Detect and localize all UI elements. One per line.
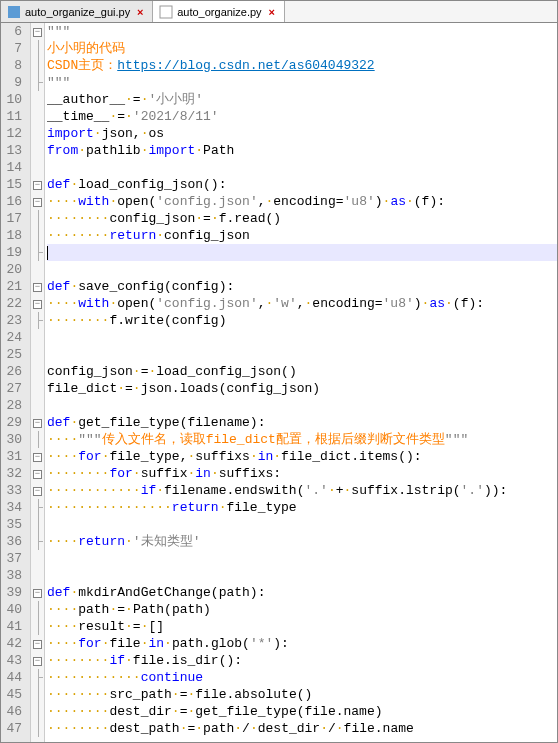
- line-number: 29: [5, 414, 22, 431]
- line-number: 44: [5, 669, 22, 686]
- fold-cell: [31, 397, 44, 414]
- code-line[interactable]: [47, 567, 557, 584]
- close-icon[interactable]: ×: [134, 6, 146, 18]
- code-line[interactable]: ····for·file·in·path.glob('*'):: [47, 635, 557, 652]
- code-line[interactable]: def·get_file_type(filename):: [47, 414, 557, 431]
- fold-cell: [31, 329, 44, 346]
- fold-cell[interactable]: −: [31, 482, 44, 499]
- line-number: 35: [5, 516, 22, 533]
- fold-toggle-icon[interactable]: −: [33, 657, 42, 666]
- fold-cell: [31, 125, 44, 142]
- code-line[interactable]: CSDN主页：https://blog.csdn.net/as604049322: [47, 57, 557, 74]
- fold-toggle-icon[interactable]: −: [33, 470, 42, 479]
- fold-cell: [31, 618, 44, 635]
- code-line[interactable]: ····return·'未知类型': [47, 533, 557, 550]
- svg-rect-0: [8, 6, 20, 18]
- line-number: 12: [5, 125, 22, 142]
- code-line[interactable]: import·json,·os: [47, 125, 557, 142]
- fold-cell[interactable]: −: [31, 23, 44, 40]
- line-number: 20: [5, 261, 22, 278]
- fold-toggle-icon[interactable]: −: [33, 419, 42, 428]
- code-line[interactable]: """: [47, 23, 557, 40]
- fold-cell[interactable]: −: [31, 652, 44, 669]
- line-number: 33: [5, 482, 22, 499]
- fold-cell: [31, 57, 44, 74]
- fold-cell: [31, 312, 44, 329]
- fold-column[interactable]: −−−−−−−−−−−−: [31, 23, 45, 742]
- code-line[interactable]: __time__·=·'2021/8/11': [47, 108, 557, 125]
- line-number: 25: [5, 346, 22, 363]
- line-number: 9: [5, 74, 22, 91]
- code-line[interactable]: __author__·=·'小小明': [47, 91, 557, 108]
- code-line[interactable]: def·load_config_json():: [47, 176, 557, 193]
- tab-auto_organize_gui-py[interactable]: auto_organize_gui.py×: [1, 1, 153, 22]
- code-line[interactable]: [47, 346, 557, 363]
- code-line[interactable]: ········return·config_json: [47, 227, 557, 244]
- code-line[interactable]: ····with·open('config.json',·'w',·encodi…: [47, 295, 557, 312]
- code-area[interactable]: """小小明的代码CSDN主页：https://blog.csdn.net/as…: [45, 23, 557, 742]
- fold-cell[interactable]: −: [31, 193, 44, 210]
- code-line[interactable]: from·pathlib·import·Path: [47, 142, 557, 159]
- code-line[interactable]: file_dict·=·json.loads(config_json): [47, 380, 557, 397]
- fold-toggle-icon[interactable]: −: [33, 198, 42, 207]
- code-line[interactable]: [47, 261, 557, 278]
- fold-cell[interactable]: −: [31, 295, 44, 312]
- code-line[interactable]: def·save_config(config):: [47, 278, 557, 295]
- line-number: 18: [5, 227, 22, 244]
- code-line[interactable]: ················return·file_type: [47, 499, 557, 516]
- fold-toggle-icon[interactable]: −: [33, 640, 42, 649]
- code-line[interactable]: ····with·open('config.json',·encoding='u…: [47, 193, 557, 210]
- code-line[interactable]: ········dest_path·=·path·/·dest_dir·/·fi…: [47, 720, 557, 737]
- fold-toggle-icon[interactable]: −: [33, 487, 42, 496]
- fold-toggle-icon[interactable]: −: [33, 181, 42, 190]
- code-line[interactable]: ············continue: [47, 669, 557, 686]
- fold-cell[interactable]: −: [31, 635, 44, 652]
- line-number: 40: [5, 601, 22, 618]
- fold-cell[interactable]: −: [31, 278, 44, 295]
- code-line[interactable]: ····for·file_type,·suffixs·in·file_dict.…: [47, 448, 557, 465]
- code-line[interactable]: ········config_json·=·f.read(): [47, 210, 557, 227]
- fold-cell[interactable]: −: [31, 584, 44, 601]
- fold-toggle-icon[interactable]: −: [33, 453, 42, 462]
- code-line[interactable]: ····"""传入文件名，读取file_dict配置，根据后缀判断文件类型""": [47, 431, 557, 448]
- fold-toggle-icon[interactable]: −: [33, 283, 42, 292]
- fold-toggle-icon[interactable]: −: [33, 589, 42, 598]
- fold-cell[interactable]: −: [31, 176, 44, 193]
- line-number: 39: [5, 584, 22, 601]
- code-line[interactable]: ············if·filename.endswith('.'·+·s…: [47, 482, 557, 499]
- code-line[interactable]: [47, 244, 557, 261]
- code-editor[interactable]: 6789101112131415161718192021222324252627…: [1, 23, 557, 742]
- code-line[interactable]: ····path·=·Path(path): [47, 601, 557, 618]
- fold-cell: [31, 346, 44, 363]
- fold-toggle-icon[interactable]: −: [33, 300, 42, 309]
- fold-toggle-icon[interactable]: −: [33, 28, 42, 37]
- code-line[interactable]: ····result·=·[]: [47, 618, 557, 635]
- code-line[interactable]: [47, 159, 557, 176]
- code-line[interactable]: ········dest_dir·=·get_file_type(file.na…: [47, 703, 557, 720]
- close-icon[interactable]: ×: [266, 6, 278, 18]
- line-number: 23: [5, 312, 22, 329]
- fold-cell[interactable]: −: [31, 414, 44, 431]
- fold-cell[interactable]: −: [31, 465, 44, 482]
- line-number: 26: [5, 363, 22, 380]
- line-number: 34: [5, 499, 22, 516]
- fold-cell[interactable]: −: [31, 448, 44, 465]
- code-line[interactable]: def·mkdirAndGetChange(path):: [47, 584, 557, 601]
- line-number: 16: [5, 193, 22, 210]
- code-line[interactable]: [47, 329, 557, 346]
- code-line[interactable]: [47, 550, 557, 567]
- code-line[interactable]: [47, 397, 557, 414]
- code-line[interactable]: """: [47, 74, 557, 91]
- code-line[interactable]: ········for·suffix·in·suffixs:: [47, 465, 557, 482]
- code-line[interactable]: ········src_path·=·file.absolute(): [47, 686, 557, 703]
- code-line[interactable]: ········if·file.is_dir():: [47, 652, 557, 669]
- tab-auto_organize-py[interactable]: auto_organize.py×: [153, 1, 284, 22]
- code-line[interactable]: [47, 516, 557, 533]
- fold-cell: [31, 550, 44, 567]
- code-line[interactable]: ········f.write(config): [47, 312, 557, 329]
- code-line[interactable]: 小小明的代码: [47, 40, 557, 57]
- fold-cell: [31, 91, 44, 108]
- fold-cell: [31, 720, 44, 737]
- code-line[interactable]: config_json·=·load_config_json(): [47, 363, 557, 380]
- fold-cell: [31, 142, 44, 159]
